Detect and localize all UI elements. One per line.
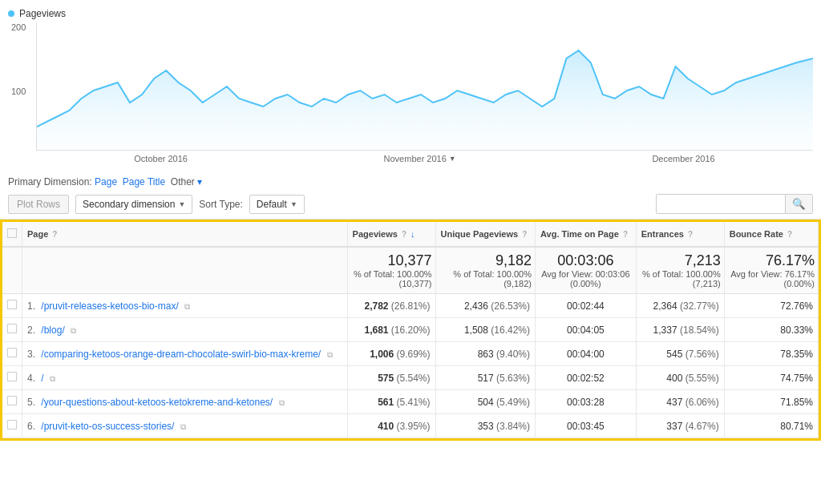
row-bounce: 71.85% <box>724 390 818 414</box>
primary-dim-label: Primary Dimension: <box>8 176 92 187</box>
dim-page-title-link[interactable]: Page Title <box>123 176 165 187</box>
sort-type-dropdown[interactable]: Default ▼ <box>249 195 305 214</box>
copy-icon[interactable]: ⧉ <box>327 350 333 359</box>
summary-bounce: 76.17% Avg for View: 76.17% (0.00%) <box>724 247 818 294</box>
copy-icon[interactable]: ⧉ <box>184 302 190 311</box>
row-number: 5. <box>27 397 35 408</box>
dim-other-link[interactable]: Other ▾ <box>171 176 202 187</box>
row-checkbox-cell <box>2 414 22 438</box>
page-link[interactable]: /comparing-ketoos-orange-dream-chocolate… <box>41 349 321 360</box>
y-label-100: 100 <box>11 87 26 96</box>
entrances-header: Entrances ? <box>636 222 724 247</box>
copy-icon[interactable]: ⧉ <box>180 422 186 431</box>
help-icon: ? <box>623 230 628 239</box>
row-checkbox[interactable] <box>7 324 17 333</box>
row-unique: 2,436 (26.53%) <box>435 294 535 318</box>
summary-unique: 9,182 % of Total: 100.00% (9,182) <box>435 247 535 294</box>
x-labels: October 2016 November 2016 ▼ December 20… <box>36 151 813 170</box>
row-checkbox-cell <box>2 390 22 414</box>
summary-checkbox-cell <box>2 247 22 294</box>
copy-icon[interactable]: ⧉ <box>279 398 285 407</box>
page-link[interactable]: /pruvit-keto-os-success-stories/ <box>41 421 174 432</box>
data-table-wrapper: Page ? Pageviews ? ↓ Unique Pageviews ? … <box>0 220 821 441</box>
row-checkbox[interactable] <box>7 396 17 405</box>
row-number: 4. <box>27 373 35 384</box>
chevron-down-icon: ▼ <box>290 200 297 208</box>
legend-label: Pageviews <box>19 8 66 19</box>
row-entrances: 437 (6.06%) <box>636 390 724 414</box>
row-avg-time: 00:04:05 <box>536 318 637 342</box>
row-avg-time: 00:03:28 <box>536 390 637 414</box>
row-number: 6. <box>27 421 35 432</box>
plot-rows-button[interactable]: Plot Rows <box>8 195 69 214</box>
primary-dimension: Primary Dimension: Page Page Title Other… <box>8 176 813 187</box>
help-icon: ? <box>402 230 406 239</box>
table-header-row: Page ? Pageviews ? ↓ Unique Pageviews ? … <box>2 222 819 247</box>
row-unique: 863 (9.40%) <box>435 342 535 366</box>
row-entrances: 545 (7.56%) <box>636 342 724 366</box>
x-label-oct: October 2016 <box>134 154 188 163</box>
summary-row: 10,377 % of Total: 100.00% (10,377) 9,18… <box>2 247 819 294</box>
checkbox-header <box>2 222 22 247</box>
row-avg-time: 00:03:45 <box>536 414 637 438</box>
sort-type-label: Sort Type: <box>199 199 242 210</box>
row-page: 5. /your-questions-about-ketoos-ketokrem… <box>22 390 348 414</box>
page-link[interactable]: /your-questions-about-ketoos-ketokreme-a… <box>41 397 273 408</box>
row-pageviews: 1,681 (16.20%) <box>347 318 435 342</box>
row-pageviews: 2,782 (26.81%) <box>347 294 435 318</box>
chart-svg <box>36 22 813 151</box>
help-icon: ? <box>688 230 693 239</box>
pageviews-header[interactable]: Pageviews ? ↓ <box>347 222 435 247</box>
row-checkbox[interactable] <box>7 348 17 357</box>
chart-area: Pageviews 200 100 O <box>0 0 821 170</box>
legend-dot <box>8 10 14 17</box>
row-checkbox-cell <box>2 342 22 366</box>
row-bounce: 78.35% <box>724 342 818 366</box>
page-link[interactable]: /pruvit-releases-ketoos-bio-max/ <box>41 300 178 312</box>
row-page: 1. /pruvit-releases-ketoos-bio-max/ ⧉ <box>22 294 348 318</box>
row-checkbox[interactable] <box>7 300 17 309</box>
copy-icon[interactable]: ⧉ <box>71 326 76 335</box>
row-unique: 504 (5.49%) <box>435 390 535 414</box>
row-checkbox[interactable] <box>7 420 17 429</box>
row-checkbox[interactable] <box>7 372 17 381</box>
summary-avg-time: 00:03:06 Avg for View: 00:03:06 (0.00%) <box>536 247 637 294</box>
row-unique: 517 (5.63%) <box>435 366 535 390</box>
table-row: 3. /comparing-ketoos-orange-dream-chocol… <box>2 342 819 366</box>
page-header: Page ? <box>22 222 348 247</box>
row-entrances: 337 (4.67%) <box>636 414 724 438</box>
row-checkbox-cell <box>2 294 22 318</box>
row-pageviews: 1,006 (9.69%) <box>347 342 435 366</box>
page-link[interactable]: / <box>41 373 43 384</box>
search-button[interactable]: 🔍 <box>785 195 812 213</box>
page-link[interactable]: /blog/ <box>41 325 64 336</box>
row-checkbox-cell <box>2 366 22 390</box>
select-all-checkbox[interactable] <box>7 228 17 238</box>
row-bounce: 80.33% <box>724 318 818 342</box>
x-label-nov: November 2016 ▼ <box>384 154 456 163</box>
row-entrances: 400 (5.55%) <box>636 366 724 390</box>
table-row: 6. /pruvit-keto-os-success-stories/ ⧉ 41… <box>2 414 819 438</box>
bounce-rate-header: Bounce Rate ? <box>724 222 818 247</box>
chevron-down-icon: ▼ <box>178 200 185 208</box>
table-row: 4. / ⧉ 575 (5.54%) 517 (5.63%) 00:02:52 … <box>2 366 819 390</box>
search-box: 🔍 <box>656 194 813 214</box>
unique-pageviews-header: Unique Pageviews ? <box>435 222 535 247</box>
row-entrances: 1,337 (18.54%) <box>636 318 724 342</box>
row-pageviews: 410 (3.95%) <box>347 414 435 438</box>
row-number: 3. <box>27 349 35 360</box>
copy-icon[interactable]: ⧉ <box>50 374 55 383</box>
y-label-200: 200 <box>11 22 26 32</box>
row-page: 4. / ⧉ <box>22 366 348 390</box>
help-icon: ? <box>522 230 527 239</box>
secondary-dimension-dropdown[interactable]: Secondary dimension ▼ <box>75 195 192 214</box>
chart-legend: Pageviews <box>8 8 813 19</box>
row-bounce: 80.71% <box>724 414 818 438</box>
summary-entrances: 7,213 % of Total: 100.00% (7,213) <box>636 247 724 294</box>
search-input[interactable] <box>657 196 785 213</box>
data-table: Page ? Pageviews ? ↓ Unique Pageviews ? … <box>2 222 819 438</box>
dim-page-link[interactable]: Page <box>95 176 117 187</box>
chevron-down-icon: ▼ <box>449 155 456 163</box>
row-checkbox-cell <box>2 318 22 342</box>
row-avg-time: 00:02:44 <box>536 294 637 318</box>
